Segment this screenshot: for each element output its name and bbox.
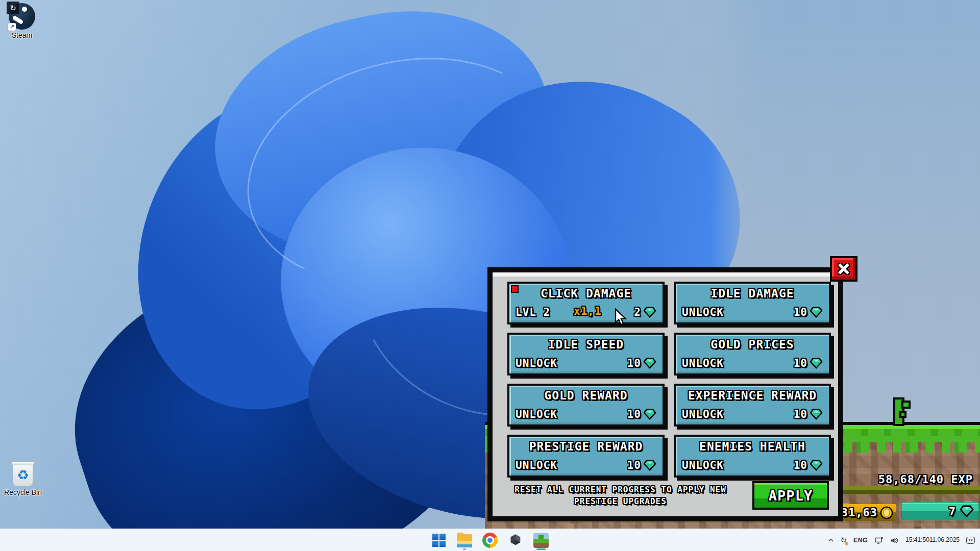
gem-icon (643, 307, 656, 318)
upgrade-gold-prices[interactable]: GOLD PRICES UNLOCK 10 (674, 333, 831, 375)
upgrade-title: PRESTIGE REWARD (516, 440, 656, 453)
upgrade-grid: CLICK DAMAGE LVL 2 x1,1 2 IDLE DAMAGE UN… (507, 282, 831, 478)
panel-footer: RESET ALL CURRENT PROGRESS TO APPLY NEW … (507, 479, 829, 512)
gem-icon (643, 409, 656, 420)
coin-icon (880, 506, 893, 519)
upgrade-title: CLICK DAMAGE (516, 287, 656, 300)
upgrade-status: UNLOCK (682, 306, 724, 318)
taskbar-chrome[interactable] (480, 530, 500, 550)
tray-date: 11.06.2025 (929, 536, 960, 544)
upgrade-status: UNLOCK (516, 357, 557, 369)
sync-badge (845, 542, 848, 545)
upgrade-experience-reward[interactable]: EXPERIENCE REWARD UNLOCK 10 (674, 384, 831, 427)
upgrade-status: UNLOCK (682, 357, 724, 369)
unity-icon (508, 533, 523, 547)
upgrade-cost: 10 (627, 408, 641, 420)
upgrade-prestige-reward[interactable]: PRESTIGE REWARD UNLOCK 10 (507, 435, 665, 478)
upgrade-title: GOLD PRICES (682, 338, 823, 351)
active-indicator (536, 548, 546, 550)
upgrade-idle-speed[interactable]: IDLE SPEED UNLOCK 10 (507, 333, 665, 375)
gem-counter: 7 (901, 502, 979, 520)
exp-counter: 58,68/140 EXP (878, 473, 973, 486)
upgrade-cost: 10 (627, 357, 641, 369)
tray-volume[interactable] (890, 537, 899, 544)
upgrade-status: UNLOCK (682, 459, 724, 471)
gold-counter: 31,63 (836, 504, 896, 521)
gem-icon (643, 460, 656, 471)
speaker-icon (890, 537, 899, 544)
upgrade-cost: 10 (794, 408, 807, 420)
tray-chevron-up[interactable] (828, 538, 834, 542)
prestige-panel-body: CLICK DAMAGE LVL 2 x1,1 2 IDLE DAMAGE UN… (493, 272, 838, 516)
upgrade-gold-reward[interactable]: GOLD REWARD UNLOCK 10 (507, 384, 665, 427)
apply-button-label: APPLY (769, 488, 813, 504)
close-icon (838, 263, 850, 275)
upgrade-title: IDLE SPEED (516, 338, 656, 351)
do-not-disturb-icon: zz (966, 537, 975, 544)
mouse-cursor (614, 308, 627, 329)
desktop: ↻ ↗ Steam ♻ Recycle Bin 58,68/140 EXP 31… (0, 0, 980, 551)
prestige-panel: CLICK DAMAGE LVL 2 x1,1 2 IDLE DAMAGE UN… (487, 267, 843, 521)
windows-icon (432, 534, 446, 547)
tray-sync[interactable]: ↻ (841, 536, 847, 545)
upgrade-title: IDLE DAMAGE (682, 287, 823, 300)
reset-warning-line2: PRESTIGE UPGRADES (507, 495, 734, 507)
gem-icon (810, 460, 823, 471)
upgrade-idle-damage[interactable]: IDLE DAMAGE UNLOCK 10 (674, 282, 831, 324)
file-explorer-icon (457, 534, 472, 546)
upgrade-active-indicator (511, 285, 519, 293)
taskbar-center (429, 529, 551, 551)
reset-warning: RESET ALL CURRENT PROGRESS TO APPLY NEW … (507, 484, 734, 507)
upgrade-cost: 10 (794, 357, 807, 369)
gem-icon (643, 358, 656, 369)
upgrade-title: EXPERIENCE REWARD (682, 389, 823, 402)
upgrade-enemies-health[interactable]: ENEMIES HEALTH UNLOCK 10 (674, 435, 831, 478)
taskbar: ↻ ENG 15:41:50 11.06.2025 (0, 529, 980, 551)
tray-notifications[interactable]: zz (966, 537, 975, 544)
gem-icon (810, 358, 823, 369)
taskbar-pixel-game[interactable] (531, 530, 551, 550)
gold-amount: 31,63 (841, 506, 877, 519)
running-indicator (463, 548, 466, 550)
upgrade-status: UNLOCK (682, 408, 724, 420)
gem-icon (810, 307, 823, 318)
upgrade-status: LVL 2 (516, 306, 550, 318)
upgrade-cost: 10 (794, 306, 807, 318)
upgrade-multiplier: x1,1 (574, 305, 602, 317)
upgrade-title: GOLD REWARD (516, 389, 656, 402)
upgrade-click-damage[interactable]: CLICK DAMAGE LVL 2 x1,1 2 (507, 282, 665, 324)
network-icon (874, 536, 884, 544)
tray-clock[interactable]: 15:41:50 11.06.2025 (905, 536, 960, 544)
gem-icon (810, 409, 823, 420)
apply-button[interactable]: APPLY (752, 481, 829, 510)
taskbar-unity[interactable] (505, 530, 526, 550)
upgrade-title: ENEMIES HEALTH (682, 440, 823, 453)
tray-network[interactable] (874, 536, 884, 544)
close-button[interactable] (830, 256, 857, 282)
upgrade-cost: 10 (627, 459, 641, 471)
chevron-up-icon (828, 538, 834, 542)
upgrade-cost: 2 (634, 306, 641, 318)
taskbar-file-explorer[interactable] (454, 530, 475, 550)
start-button[interactable] (429, 530, 449, 550)
tray-time: 15:41:50 (905, 536, 929, 544)
language-indicator[interactable]: ENG (853, 537, 868, 544)
pixel-game-icon (533, 533, 549, 548)
system-tray: ↻ ENG 15:41:50 11.06.2025 (828, 529, 975, 551)
upgrade-cost: 10 (794, 459, 807, 471)
gem-icon (960, 505, 974, 517)
reset-warning-line1: RESET ALL CURRENT PROGRESS TO APPLY NEW (507, 484, 734, 495)
upgrade-status: UNLOCK (516, 408, 557, 420)
upgrade-status: UNLOCK (516, 459, 557, 471)
gem-amount: 7 (949, 505, 956, 518)
chrome-icon (482, 533, 498, 548)
